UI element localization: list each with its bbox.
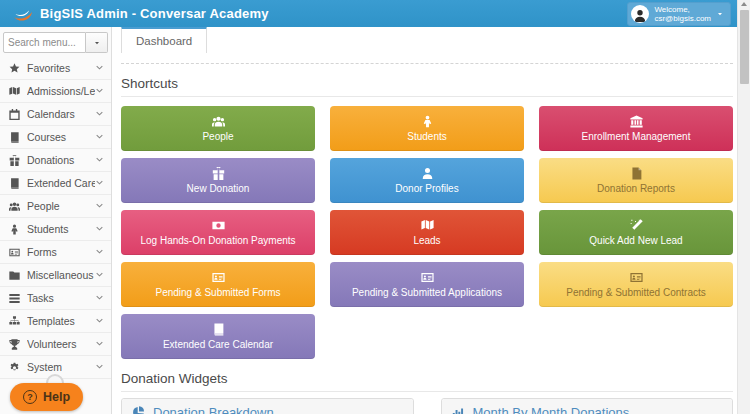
sidebar-item-courses[interactable]: Courses (0, 126, 111, 149)
bigsis-logo-icon (12, 4, 36, 24)
caret-down-icon (716, 10, 724, 18)
widget-donation-breakdown: Donation Breakdown (121, 398, 414, 414)
shortcut-pending-submitted-forms[interactable]: Pending & Submitted Forms (121, 262, 315, 307)
sidebar-item-admissions-leads[interactable]: Admissions/Leads (0, 80, 111, 103)
shortcut-pending-submitted-applications[interactable]: Pending & Submitted Applications (330, 262, 524, 307)
help-button[interactable]: ? Help (10, 383, 83, 411)
help-label: Help (43, 390, 70, 404)
map-icon (7, 86, 21, 97)
welcome-label: Welcome, (654, 5, 689, 14)
divider (121, 96, 733, 97)
chevron-down-icon (95, 246, 104, 258)
gift-icon (212, 167, 225, 180)
chevron-down-icon (95, 292, 104, 304)
cogs-icon (7, 362, 21, 373)
star-icon (7, 63, 21, 74)
user-email: csr@bigsis.com (654, 14, 711, 23)
shortcut-enrollment-management[interactable]: Enrollment Management (539, 106, 733, 151)
shortcut-leads[interactable]: Leads (330, 210, 524, 255)
chevron-down-icon (95, 177, 104, 189)
chevron-down-icon (95, 108, 104, 120)
id-card-icon (7, 247, 21, 258)
tab-bar: Dashboard (121, 27, 733, 53)
magic-wand-icon (630, 219, 643, 232)
id-card-icon (630, 271, 643, 284)
sidebar-item-tasks[interactable]: Tasks (0, 287, 111, 310)
trophy-icon (7, 339, 21, 350)
id-card-icon (212, 271, 225, 284)
shortcut-quick-add-new-lead[interactable]: Quick Add New Lead (539, 210, 733, 255)
sidebar-item-volunteers[interactable]: Volunteers (0, 333, 111, 356)
chevron-down-icon (95, 269, 104, 281)
sidebar-item-calendars[interactable]: Calendars (0, 103, 111, 126)
sidebar-item-favorites[interactable]: Favorites (0, 57, 111, 80)
sidebar: Favorites Admissions/Leads Calendars Cou… (0, 27, 112, 414)
bank-icon (630, 115, 643, 128)
shortcut-donor-profiles[interactable]: Donor Profiles (330, 158, 524, 203)
shortcuts-grid: People Students Enrollment Management Ne… (121, 106, 733, 359)
widget-month-by-month-donations: Month By Month Donations (441, 398, 734, 414)
sitemap-icon (7, 316, 21, 327)
chevron-down-icon (95, 200, 104, 212)
tab-dashboard[interactable]: Dashboard (121, 27, 207, 53)
donation-widgets-heading: Donation Widgets (121, 371, 733, 386)
menu-search (0, 27, 111, 57)
search-dropdown-button[interactable] (86, 32, 108, 53)
sidebar-item-donations[interactable]: Donations (0, 149, 111, 172)
users-icon (7, 201, 21, 212)
shortcut-donation-reports[interactable]: Donation Reports (539, 158, 733, 203)
shortcut-people[interactable]: People (121, 106, 315, 151)
widget-donation-breakdown-header[interactable]: Donation Breakdown (122, 399, 413, 414)
shortcut-extended-care-calendar[interactable]: Extended Care Calendar (121, 314, 315, 359)
bar-chart-icon (452, 406, 465, 414)
sidebar-item-students[interactable]: Students (0, 218, 111, 241)
chevron-down-icon (95, 361, 104, 373)
sidebar-item-templates[interactable]: Templates (0, 310, 111, 333)
book-icon (212, 323, 225, 336)
calendar-icon (7, 109, 21, 120)
chevron-down-icon (95, 315, 104, 327)
student-icon (7, 224, 21, 235)
chevron-down-icon (95, 154, 104, 166)
divider (121, 391, 733, 392)
app-header: BigSIS Admin - Conversar Academy Welcome… (0, 0, 737, 27)
sidebar-item-people[interactable]: People (0, 195, 111, 218)
vertical-scrollbar[interactable] (737, 0, 750, 414)
avatar (631, 5, 649, 23)
scrollbar-thumb[interactable] (740, 10, 749, 84)
chevron-down-icon (95, 62, 104, 74)
file-icon (630, 167, 643, 180)
scroll-up-arrow-icon[interactable] (741, 2, 747, 6)
shortcut-students[interactable]: Students (330, 106, 524, 151)
sidebar-item-forms[interactable]: Forms (0, 241, 111, 264)
question-icon: ? (23, 390, 37, 404)
shortcut-log-hands-on-donation-payments[interactable]: Log Hands-On Donation Payments (121, 210, 315, 255)
student-icon (421, 115, 434, 128)
pie-chart-icon (132, 406, 145, 414)
widgets-row: Donation Breakdown Month By Month Donati… (121, 398, 733, 414)
book-icon (7, 178, 21, 189)
book-icon (7, 132, 21, 143)
shortcut-pending-submitted-contracts[interactable]: Pending & Submitted Contracts (539, 262, 733, 307)
search-input[interactable] (3, 32, 86, 53)
widget-month-by-month-donations-header[interactable]: Month By Month Donations (442, 399, 733, 414)
shortcut-new-donation[interactable]: New Donation (121, 158, 315, 203)
sidebar-item-extended-care[interactable]: Extended Care (0, 172, 111, 195)
chevron-down-icon (95, 131, 104, 143)
folder-icon (7, 270, 21, 281)
main-content: Dashboard Shortcuts People Students Enro… (112, 27, 737, 414)
welcome-user-button[interactable]: Welcome, csr@bigsis.com (627, 2, 731, 26)
sidebar-item-miscellaneous[interactable]: Miscellaneous (0, 264, 111, 287)
tasks-icon (7, 293, 21, 304)
caret-down-icon (93, 39, 101, 47)
gift-icon (7, 155, 21, 166)
money-icon (212, 219, 225, 232)
chevron-down-icon (95, 85, 104, 97)
page-title: BigSIS Admin - Conversar Academy (40, 6, 269, 21)
shortcuts-heading: Shortcuts (121, 76, 733, 91)
users-icon (212, 115, 225, 128)
chevron-down-icon (95, 223, 104, 235)
chevron-down-icon (95, 338, 104, 350)
user-icon (421, 167, 434, 180)
map-icon (421, 219, 434, 232)
